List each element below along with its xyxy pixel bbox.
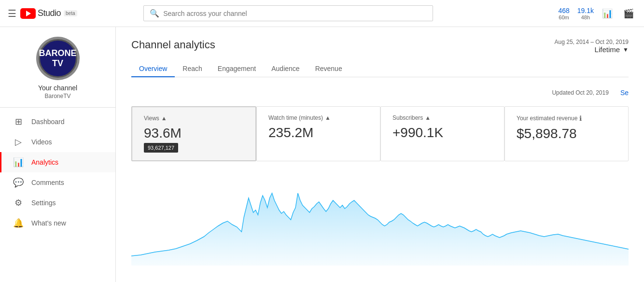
sidebar-label-whats-new: What's new (31, 219, 66, 227)
avatar-inner: BARONE TV (39, 39, 77, 78)
stat1-num: 468 (558, 7, 569, 14)
stat2-num: 19.1k (577, 7, 594, 14)
see-more-link[interactable]: Se (620, 89, 629, 97)
hamburger-icon[interactable]: ☰ (8, 8, 16, 19)
trend-icon-0: ▲ (161, 115, 167, 122)
stat-views-60m: 468 60m (558, 7, 569, 20)
metric-card-3: Your estimated revenue ℹ$5,898.78 (504, 106, 629, 161)
date-range: Aug 25, 2014 – Oct 20, 2019 Lifetime ▼ (555, 39, 629, 54)
search-bar[interactable]: 🔍 (143, 5, 433, 21)
sidebar-item-videos[interactable]: ▷Videos (0, 132, 115, 152)
settings-icon: ⚙ (13, 197, 24, 208)
yt-logo[interactable]: Studio beta (20, 8, 77, 19)
chart-svg (131, 169, 629, 266)
metric-value-3: $5,898.78 (517, 126, 616, 141)
avatar-line2: TV (52, 58, 63, 69)
sidebar-label-settings: Settings (31, 199, 56, 207)
sidebar-divider (0, 107, 115, 108)
sidebar: BARONE TV Your channel BaroneTV ⊞Dashboa… (0, 27, 116, 282)
info-icon-3[interactable]: ℹ (579, 114, 582, 122)
avatar-line1: BARONE (39, 48, 77, 58)
tab-overview[interactable]: Overview (131, 61, 175, 77)
whats-new-icon: 🔔 (13, 218, 24, 228)
updated-text: Updated Oct 20, 2019 (552, 89, 608, 96)
beta-badge: beta (64, 10, 77, 16)
metric-label-0: Views ▲ (144, 115, 244, 122)
metric-value-1: 235.2M (268, 125, 368, 141)
sidebar-item-analytics[interactable]: 📊Analytics (0, 152, 115, 172)
lifetime-dropdown[interactable]: Lifetime ▼ (555, 45, 629, 54)
channel-handle: BaroneTV (44, 93, 70, 99)
tab-revenue[interactable]: Revenue (308, 61, 350, 77)
dashboard-icon: ⊞ (13, 116, 24, 127)
stat1-label: 60m (559, 14, 569, 20)
search-input[interactable] (163, 10, 427, 17)
header-left: ☰ Studio beta (8, 8, 77, 19)
metric-label-2: Subscribers ▲ (392, 114, 492, 121)
search-icon: 🔍 (150, 9, 159, 18)
main-layout: BARONE TV Your channel BaroneTV ⊞Dashboa… (0, 27, 644, 282)
date-range-value: Aug 25, 2014 – Oct 20, 2019 (555, 39, 629, 45)
sidebar-label-dashboard: Dashboard (31, 118, 65, 126)
sidebar-label-videos: Videos (31, 138, 52, 146)
metrics-row: Views ▲93.6M93,627,127Watch time (minute… (131, 106, 629, 161)
tabs-row: OverviewReachEngagementAudienceRevenue (131, 61, 629, 77)
metric-value-0: 93.6M (144, 126, 244, 141)
sidebar-label-comments: Comments (31, 179, 64, 186)
analytics-icon-button[interactable]: 📊 (600, 6, 615, 21)
trend-icon-2: ▲ (425, 114, 431, 121)
analytics-chart (131, 169, 629, 266)
tab-reach[interactable]: Reach (175, 61, 210, 77)
stat-views-48h: 19.1k 48h (577, 7, 594, 20)
studio-label: Studio (38, 8, 61, 18)
metric-value-2: +990.1K (392, 125, 492, 141)
channel-name: Your channel (38, 84, 77, 92)
metric-tooltip-0: 93,627,127 (144, 143, 178, 153)
sidebar-item-comments[interactable]: 💬Comments (0, 172, 115, 193)
content-area: Channel analytics Aug 25, 2014 – Oct 20,… (116, 27, 644, 282)
sidebar-label-analytics: Analytics (31, 158, 58, 166)
sidebar-item-settings[interactable]: ⚙Settings (0, 193, 115, 213)
sidebar-item-whats-new[interactable]: 🔔What's new (0, 213, 115, 233)
trend-icon-1: ▲ (325, 114, 331, 121)
sidebar-item-dashboard[interactable]: ⊞Dashboard (0, 112, 115, 132)
header: ☰ Studio beta 🔍 468 60m 19.1k 48h 📊 🎬 (0, 0, 644, 27)
chevron-down-icon: ▼ (623, 46, 629, 53)
stat2-label: 48h (581, 14, 590, 20)
header-stats: 468 60m 19.1k 48h (558, 7, 594, 20)
metric-card-1: Watch time (minutes) ▲235.2M (256, 106, 380, 161)
youtube-icon (20, 8, 36, 19)
chart-area-fill (131, 193, 629, 266)
tab-engagement[interactable]: Engagement (210, 61, 264, 77)
header-right: 468 60m 19.1k 48h 📊 🎬 (558, 6, 636, 21)
create-button[interactable]: 🎬 (621, 6, 636, 21)
videos-icon: ▷ (13, 137, 24, 147)
metric-card-0: Views ▲93.6M93,627,127 (131, 106, 256, 161)
page-title: Channel analytics (131, 39, 215, 51)
metric-label-3: Your estimated revenue ℹ (517, 114, 616, 122)
analytics-icon: 📊 (13, 157, 24, 168)
comments-icon: 💬 (13, 177, 24, 188)
sidebar-nav: ⊞Dashboard▷Videos📊Analytics💬Comments⚙Set… (0, 112, 115, 233)
tab-audience[interactable]: Audience (264, 61, 307, 77)
metric-card-2: Subscribers ▲+990.1K (380, 106, 504, 161)
avatar[interactable]: BARONE TV (36, 37, 80, 80)
metric-label-1: Watch time (minutes) ▲ (268, 114, 368, 121)
lifetime-label: Lifetime (595, 45, 620, 54)
